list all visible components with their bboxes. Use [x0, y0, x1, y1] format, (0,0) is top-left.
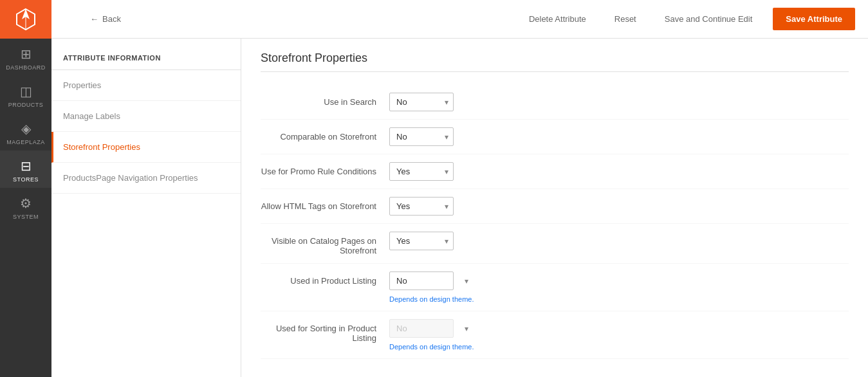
- select-visible-catalog-pages[interactable]: No Yes: [389, 232, 454, 250]
- select-wrapper-visible-catalog: No Yes: [389, 232, 454, 250]
- sidebar-item-label: DASHBOARD: [6, 64, 46, 71]
- label-comparable-on-storefront: Comparable on Storefront: [261, 127, 389, 142]
- select-allow-html[interactable]: No Yes: [389, 197, 454, 216]
- system-icon: ⚙: [20, 196, 32, 211]
- back-link[interactable]: ← Back: [90, 14, 121, 24]
- select-promo-rule[interactable]: No Yes: [389, 162, 454, 181]
- save-attribute-button[interactable]: Save Attribute: [773, 8, 855, 30]
- label-product-listing: Used in Product Listing: [261, 271, 389, 286]
- hint-sorting-product-listing: Depends on design theme.: [389, 343, 474, 351]
- form-row-sorting-product-listing: Used for Sorting in Product Listing No Y…: [261, 311, 849, 359]
- section-title: Storefront Properties: [261, 51, 849, 72]
- topbar-nav: ← Back: [90, 14, 121, 24]
- form-row-use-in-search: Use in Search No Yes: [261, 85, 849, 120]
- form-row-comparable-on-storefront: Comparable on Storefront No Yes: [261, 120, 849, 154]
- dashboard-icon: ⊞: [21, 46, 32, 62]
- left-panel: ATTRIBUTE INFORMATION Properties Manage …: [51, 39, 241, 377]
- select-comparable-on-storefront[interactable]: No Yes: [389, 127, 454, 146]
- select-wrapper-product-listing: No Yes: [389, 271, 474, 290]
- sidebar-item-stores[interactable]: ⊟ STORES: [0, 151, 51, 188]
- form-row-allow-html: Allow HTML Tags on Storefront No Yes: [261, 189, 849, 224]
- topbar: ← Back Delete Attribute Reset Save and C…: [51, 0, 868, 39]
- control-sorting-product-listing: No Yes Depends on design theme.: [389, 319, 474, 351]
- main-content: ← Back Delete Attribute Reset Save and C…: [51, 0, 868, 377]
- content-area: ATTRIBUTE INFORMATION Properties Manage …: [51, 39, 868, 377]
- control-comparable-on-storefront: No Yes: [389, 127, 454, 146]
- sidebar: ⊞ DASHBOARD ◫ PRODUCTS ◈ MAGEPLAZA ⊟ STO…: [0, 0, 51, 377]
- select-wrapper-sorting: No Yes: [389, 319, 474, 338]
- form-row-visible-catalog-pages: Visible on Catalog Pages on Storefront N…: [261, 224, 849, 264]
- nav-item-properties[interactable]: Properties: [51, 70, 241, 101]
- select-product-listing[interactable]: No Yes: [389, 271, 454, 290]
- stores-icon: ⊟: [21, 158, 32, 174]
- reset-button[interactable]: Reset: [607, 9, 644, 29]
- sidebar-item-products[interactable]: ◫ PRODUCTS: [0, 76, 51, 113]
- control-allow-html: No Yes: [389, 197, 454, 216]
- control-use-in-search: No Yes: [389, 93, 454, 111]
- control-promo-rule: No Yes: [389, 162, 454, 181]
- hint-product-listing: Depends on design theme.: [389, 295, 474, 303]
- back-arrow-icon: ←: [90, 14, 98, 24]
- form-row-product-listing: Used in Product Listing No Yes Depends o…: [261, 264, 849, 311]
- sidebar-item-system[interactable]: ⚙ SYSTEM: [0, 188, 51, 225]
- back-label: Back: [102, 14, 121, 24]
- sidebar-logo: [0, 0, 51, 39]
- control-product-listing: No Yes Depends on design theme.: [389, 271, 474, 303]
- nav-item-storefront-properties[interactable]: Storefront Properties: [51, 132, 241, 163]
- sidebar-item-label: MAGEPLAZA: [6, 139, 45, 145]
- select-wrapper-promo-rule: No Yes: [389, 162, 454, 181]
- delete-attribute-button[interactable]: Delete Attribute: [521, 9, 594, 29]
- label-promo-rule: Use for Promo Rule Conditions: [261, 162, 389, 176]
- sidebar-item-label: PRODUCTS: [8, 102, 44, 108]
- sidebar-item-label: SYSTEM: [13, 214, 39, 220]
- attribute-info-title: ATTRIBUTE INFORMATION: [51, 45, 241, 70]
- select-wrapper-comparable: No Yes: [389, 127, 454, 146]
- select-wrapper-allow-html: No Yes: [389, 197, 454, 216]
- control-visible-catalog-pages: No Yes: [389, 232, 454, 250]
- label-visible-catalog-pages: Visible on Catalog Pages on Storefront: [261, 232, 389, 255]
- label-sorting-product-listing: Used for Sorting in Product Listing: [261, 319, 389, 343]
- sidebar-item-dashboard[interactable]: ⊞ DASHBOARD: [0, 39, 51, 76]
- label-allow-html: Allow HTML Tags on Storefront: [261, 197, 389, 211]
- label-use-in-search: Use in Search: [261, 93, 389, 107]
- select-sorting-product-listing[interactable]: No Yes: [389, 319, 454, 338]
- nav-item-productspage-nav[interactable]: ProductsPage Navigation Properties: [51, 163, 241, 194]
- sidebar-item-mageplaza[interactable]: ◈ MAGEPLAZA: [0, 113, 51, 151]
- mageplaza-icon: ◈: [21, 121, 31, 136]
- form-row-promo-rule: Use for Promo Rule Conditions No Yes: [261, 154, 849, 189]
- select-use-in-search[interactable]: No Yes: [389, 93, 454, 111]
- select-wrapper-use-in-search: No Yes: [389, 93, 454, 111]
- sidebar-item-label: STORES: [13, 176, 39, 183]
- products-icon: ◫: [20, 84, 32, 99]
- save-continue-button[interactable]: Save and Continue Edit: [657, 9, 761, 29]
- right-panel: Storefront Properties Use in Search No Y…: [241, 39, 868, 377]
- nav-item-manage-labels[interactable]: Manage Labels: [51, 101, 241, 132]
